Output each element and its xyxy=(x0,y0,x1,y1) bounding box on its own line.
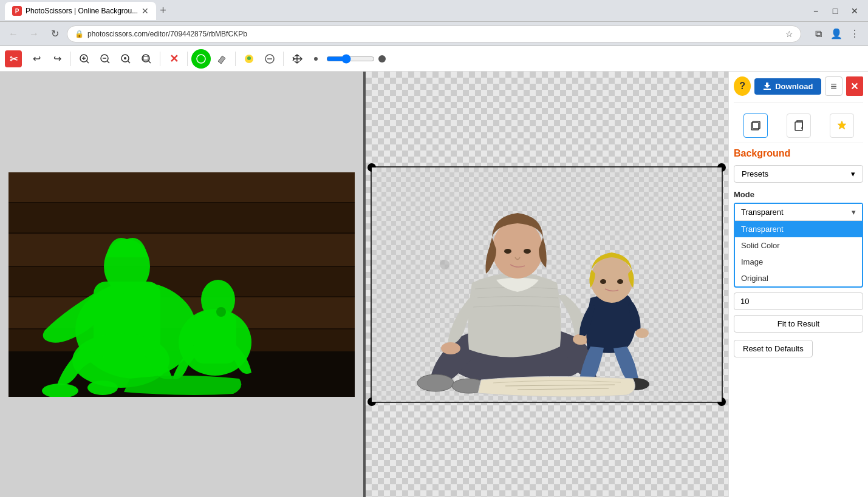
result-frame[interactable] xyxy=(371,166,723,403)
svg-point-45 xyxy=(87,380,118,395)
mode-dropdown[interactable]: Transparent ▾ Transparent Solid Color Im… xyxy=(734,203,863,288)
secure-icon: 🔒 xyxy=(75,30,84,38)
svg-rect-16 xyxy=(143,56,148,60)
bookmark-icon[interactable]: ☆ xyxy=(785,29,793,39)
separator-2 xyxy=(160,52,160,66)
zoom-in-button[interactable] xyxy=(75,49,94,69)
erase-brush-button[interactable] xyxy=(260,49,279,69)
move-button[interactable] xyxy=(287,49,307,69)
cancel-button[interactable]: ✕ xyxy=(164,49,183,69)
main-layout: ? Download ≡ ✕ xyxy=(0,72,868,497)
right-panel xyxy=(366,72,729,497)
option-transparent[interactable]: Transparent xyxy=(735,221,862,237)
browser-chrome: P PhotoScissors | Online Backgrou... ✕ +… xyxy=(0,0,868,22)
zoom-out-button[interactable] xyxy=(95,49,115,69)
eraser-button[interactable] xyxy=(212,49,231,69)
redo-button[interactable]: ↪ xyxy=(47,49,67,69)
separator-3 xyxy=(187,52,188,66)
presets-label: Presets xyxy=(742,169,768,178)
sidebar-menu-button[interactable]: ≡ xyxy=(825,76,842,96)
svg-line-13 xyxy=(128,61,131,63)
eraser-icon xyxy=(216,53,227,64)
favorites-button[interactable] xyxy=(830,113,854,138)
zoom-reset-button[interactable] xyxy=(116,49,135,69)
option-image[interactable]: Image xyxy=(735,254,862,270)
original-image xyxy=(9,172,355,397)
reset-defaults-button[interactable]: Reset to Defaults xyxy=(734,340,813,357)
star-icon xyxy=(835,119,849,132)
fit-input[interactable] xyxy=(734,292,863,310)
mode-label: Mode xyxy=(734,190,863,199)
background-title: Background xyxy=(734,148,863,159)
back-button[interactable]: ← xyxy=(5,25,22,42)
zoom-fit-button[interactable] xyxy=(137,49,156,69)
green-brush-button[interactable] xyxy=(191,49,211,69)
layers-copy-button[interactable] xyxy=(743,113,768,138)
close-window-button[interactable]: ✕ xyxy=(846,2,863,19)
profile-icon[interactable]: 👤 xyxy=(828,25,845,42)
browser-tab[interactable]: P PhotoScissors | Online Backgrou... ✕ xyxy=(5,2,156,20)
extensions-icon[interactable]: ⧉ xyxy=(810,25,827,42)
svg-rect-68 xyxy=(795,122,802,130)
brush-size-control xyxy=(313,54,387,64)
tab-title: PhotoScissors | Online Backgrou... xyxy=(26,7,138,15)
svg-point-61 xyxy=(600,279,606,284)
left-panel[interactable] xyxy=(0,72,363,497)
url-text: photoscissors.com/editor/709442875/rbMBf… xyxy=(87,30,247,38)
new-tab-button[interactable]: + xyxy=(160,4,166,17)
mode-current-value: Transparent xyxy=(741,208,852,217)
svg-point-22 xyxy=(314,57,318,61)
copy-button[interactable] xyxy=(787,113,811,138)
presets-button[interactable]: Presets ▾ xyxy=(734,165,863,183)
option-original[interactable]: Original xyxy=(735,270,862,286)
minimize-button[interactable]: − xyxy=(807,2,824,19)
undo-button[interactable]: ↩ xyxy=(27,49,46,69)
refresh-button[interactable]: ↻ xyxy=(46,25,63,42)
mode-dropdown-arrow: ▾ xyxy=(852,208,856,217)
canvas-divider[interactable] xyxy=(363,72,366,497)
svg-point-47 xyxy=(440,260,449,269)
sidebar-header: ? Download ≡ ✕ xyxy=(734,76,863,103)
tab-close-button[interactable]: ✕ xyxy=(142,6,149,16)
move-icon xyxy=(292,53,302,64)
svg-rect-26 xyxy=(9,204,355,233)
svg-point-46 xyxy=(216,307,226,317)
green-brush-icon xyxy=(196,53,207,64)
copy-icon xyxy=(792,119,805,132)
address-bar[interactable]: 🔒 photoscissors.com/editor/709442875/rbM… xyxy=(67,25,801,42)
yellow-circle-icon xyxy=(244,53,255,64)
svg-line-10 xyxy=(108,61,110,63)
svg-point-56 xyxy=(573,335,587,345)
option-solid-color[interactable]: Solid Color xyxy=(735,237,862,254)
svg-point-57 xyxy=(635,328,649,338)
reset-label: Reset to Defaults xyxy=(743,344,804,353)
svg-point-12 xyxy=(124,57,126,59)
brush-size-slider[interactable] xyxy=(326,54,375,64)
sidebar-close-button[interactable]: ✕ xyxy=(846,76,863,96)
fit-to-result-button[interactable]: Fit to Result xyxy=(734,315,863,333)
mode-select-header[interactable]: Transparent ▾ xyxy=(735,204,862,221)
forward-button[interactable]: → xyxy=(26,25,43,42)
result-image-svg xyxy=(372,167,722,402)
svg-point-19 xyxy=(247,56,251,60)
background-section: Background Presets ▾ Mode Transparent ▾ … xyxy=(734,148,863,357)
svg-point-62 xyxy=(617,279,623,284)
svg-point-53 xyxy=(492,220,543,279)
help-button[interactable]: ? xyxy=(734,76,751,96)
svg-rect-27 xyxy=(9,234,355,266)
yellow-circle-button[interactable] xyxy=(239,49,259,69)
address-bar-row: ← → ↻ 🔒 photoscissors.com/editor/7094428… xyxy=(0,22,868,46)
zoom-fit-icon xyxy=(141,53,152,64)
browser-menu-icon[interactable]: ⋮ xyxy=(846,25,863,42)
maximize-button[interactable]: □ xyxy=(827,2,844,19)
presets-arrow: ▾ xyxy=(851,169,855,178)
zoom-out-icon xyxy=(100,53,111,64)
download-icon xyxy=(763,82,771,90)
download-button[interactable]: Download xyxy=(754,78,821,95)
brush-size-small-icon xyxy=(313,56,319,62)
svg-rect-28 xyxy=(9,267,355,296)
result-image-container xyxy=(372,167,722,402)
canvas-area xyxy=(0,72,728,497)
separator-5 xyxy=(283,52,284,66)
brush-size-large-icon xyxy=(377,54,387,64)
